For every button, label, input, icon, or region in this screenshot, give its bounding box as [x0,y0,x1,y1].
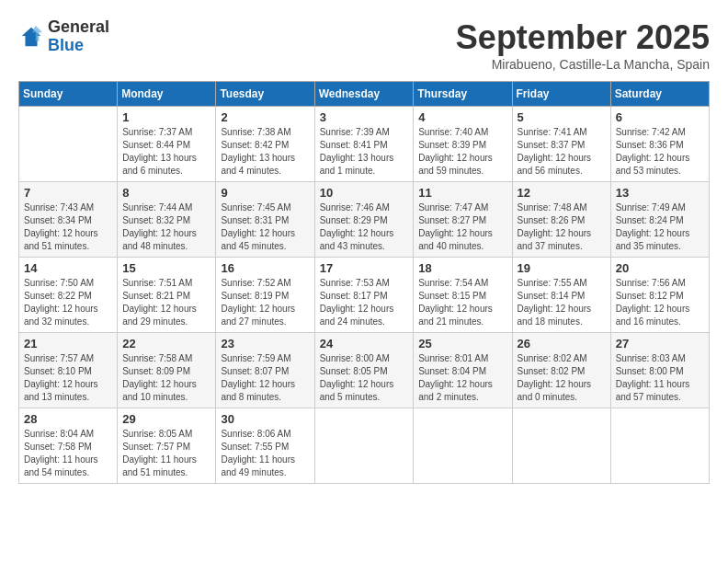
day-info: Sunrise: 7:51 AMSunset: 8:21 PMDaylight:… [122,277,210,328]
day-info: Sunrise: 7:40 AMSunset: 8:39 PMDaylight:… [418,126,506,178]
day-info: Sunrise: 7:59 AMSunset: 8:07 PMDaylight:… [221,352,309,404]
day-cell: 29Sunrise: 8:05 AMSunset: 7:57 PMDayligh… [118,408,216,484]
week-row-2: 7Sunrise: 7:43 AMSunset: 8:34 PMDaylight… [19,182,710,258]
day-cell: 10Sunrise: 7:46 AMSunset: 8:29 PMDayligh… [314,182,414,258]
day-cell: 13Sunrise: 7:49 AMSunset: 8:24 PMDayligh… [610,182,709,258]
week-row-1: 1Sunrise: 7:37 AMSunset: 8:44 PMDaylight… [19,107,710,182]
day-number: 1 [122,110,210,124]
day-info: Sunrise: 7:45 AMSunset: 8:31 PMDaylight:… [221,201,309,253]
column-header-thursday: Thursday [414,82,512,107]
title-block: September 2025 Mirabueno, Castille-La Ma… [456,18,710,72]
day-number: 21 [24,337,112,350]
day-number: 26 [518,337,606,350]
day-info: Sunrise: 7:48 AMSunset: 8:26 PMDaylight:… [518,201,606,253]
day-info: Sunrise: 7:43 AMSunset: 8:34 PMDaylight:… [24,201,112,253]
day-number: 15 [122,261,210,275]
column-header-sunday: Sunday [19,82,118,107]
column-header-tuesday: Tuesday [216,82,314,107]
day-info: Sunrise: 8:05 AMSunset: 7:57 PMDaylight:… [122,428,210,479]
week-row-5: 28Sunrise: 8:04 AMSunset: 7:58 PMDayligh… [19,408,710,484]
day-info: Sunrise: 7:50 AMSunset: 8:22 PMDaylight:… [24,277,112,328]
day-cell: 28Sunrise: 8:04 AMSunset: 7:58 PMDayligh… [19,408,118,484]
page-header: General Blue September 2025 Mirabueno, C… [18,18,710,72]
day-cell [19,107,118,182]
day-info: Sunrise: 7:49 AMSunset: 8:24 PMDaylight:… [616,201,704,253]
day-cell: 1Sunrise: 7:37 AMSunset: 8:44 PMDaylight… [118,107,216,182]
day-cell: 30Sunrise: 8:06 AMSunset: 7:55 PMDayligh… [216,408,314,484]
day-cell: 21Sunrise: 7:57 AMSunset: 8:10 PMDayligh… [19,333,118,408]
day-number: 14 [24,261,112,275]
day-cell: 26Sunrise: 8:02 AMSunset: 8:02 PMDayligh… [512,333,610,408]
day-cell: 16Sunrise: 7:52 AMSunset: 8:19 PMDayligh… [216,258,314,333]
day-info: Sunrise: 7:44 AMSunset: 8:32 PMDaylight:… [122,201,210,253]
day-cell: 7Sunrise: 7:43 AMSunset: 8:34 PMDaylight… [19,182,118,258]
day-number: 29 [122,412,210,426]
day-cell: 11Sunrise: 7:47 AMSunset: 8:27 PMDayligh… [414,182,512,258]
day-info: Sunrise: 7:58 AMSunset: 8:09 PMDaylight:… [122,352,210,404]
day-info: Sunrise: 8:03 AMSunset: 8:00 PMDaylight:… [616,352,704,404]
day-info: Sunrise: 8:00 AMSunset: 8:05 PMDaylight:… [320,352,409,404]
location: Mirabueno, Castille-La Mancha, Spain [456,57,710,72]
day-number: 5 [518,110,606,124]
day-cell: 3Sunrise: 7:39 AMSunset: 8:41 PMDaylight… [314,107,414,182]
day-info: Sunrise: 8:04 AMSunset: 7:58 PMDaylight:… [24,428,112,479]
day-info: Sunrise: 7:52 AMSunset: 8:19 PMDaylight:… [221,277,309,328]
logo-icon [18,24,44,50]
day-info: Sunrise: 7:54 AMSunset: 8:15 PMDaylight:… [418,277,506,328]
day-number: 13 [616,186,704,200]
day-cell: 18Sunrise: 7:54 AMSunset: 8:15 PMDayligh… [414,258,512,333]
day-info: Sunrise: 7:39 AMSunset: 8:41 PMDaylight:… [320,126,409,178]
day-number: 23 [221,337,309,350]
month-title: September 2025 [456,18,710,57]
day-cell: 27Sunrise: 8:03 AMSunset: 8:00 PMDayligh… [610,333,709,408]
day-info: Sunrise: 7:38 AMSunset: 8:42 PMDaylight:… [221,126,309,178]
day-info: Sunrise: 7:56 AMSunset: 8:12 PMDaylight:… [616,277,704,328]
column-header-wednesday: Wednesday [314,82,414,107]
column-header-monday: Monday [118,82,216,107]
day-cell [512,408,610,484]
day-info: Sunrise: 7:53 AMSunset: 8:17 PMDaylight:… [320,277,409,328]
calendar-table: SundayMondayTuesdayWednesdayThursdayFrid… [18,81,710,484]
day-number: 16 [221,261,309,275]
day-cell: 19Sunrise: 7:55 AMSunset: 8:14 PMDayligh… [512,258,610,333]
day-cell: 24Sunrise: 8:00 AMSunset: 8:05 PMDayligh… [314,333,414,408]
day-cell: 20Sunrise: 7:56 AMSunset: 8:12 PMDayligh… [610,258,709,333]
day-info: Sunrise: 7:42 AMSunset: 8:36 PMDaylight:… [616,126,704,178]
day-cell: 2Sunrise: 7:38 AMSunset: 8:42 PMDaylight… [216,107,314,182]
day-number: 24 [320,337,409,350]
day-cell: 9Sunrise: 7:45 AMSunset: 8:31 PMDaylight… [216,182,314,258]
day-cell: 8Sunrise: 7:44 AMSunset: 8:32 PMDaylight… [118,182,216,258]
day-cell: 12Sunrise: 7:48 AMSunset: 8:26 PMDayligh… [512,182,610,258]
day-cell: 5Sunrise: 7:41 AMSunset: 8:37 PMDaylight… [512,107,610,182]
day-number: 20 [616,261,704,275]
day-number: 19 [518,261,606,275]
day-number: 27 [616,337,704,350]
day-cell: 14Sunrise: 7:50 AMSunset: 8:22 PMDayligh… [19,258,118,333]
day-info: Sunrise: 7:57 AMSunset: 8:10 PMDaylight:… [24,352,112,404]
day-number: 12 [518,186,606,200]
day-cell: 6Sunrise: 7:42 AMSunset: 8:36 PMDaylight… [610,107,709,182]
day-number: 25 [418,337,506,350]
day-number: 6 [616,110,704,124]
day-info: Sunrise: 8:06 AMSunset: 7:55 PMDaylight:… [221,428,309,479]
header-row: SundayMondayTuesdayWednesdayThursdayFrid… [19,82,710,107]
day-cell: 4Sunrise: 7:40 AMSunset: 8:39 PMDaylight… [414,107,512,182]
day-cell: 23Sunrise: 7:59 AMSunset: 8:07 PMDayligh… [216,333,314,408]
day-number: 28 [24,412,112,426]
day-info: Sunrise: 7:37 AMSunset: 8:44 PMDaylight:… [122,126,210,178]
day-number: 3 [320,110,409,124]
column-header-saturday: Saturday [610,82,709,107]
day-cell: 22Sunrise: 7:58 AMSunset: 8:09 PMDayligh… [118,333,216,408]
day-info: Sunrise: 7:46 AMSunset: 8:29 PMDaylight:… [320,201,409,253]
day-cell [610,408,709,484]
day-number: 4 [418,110,506,124]
day-info: Sunrise: 7:55 AMSunset: 8:14 PMDaylight:… [518,277,606,328]
logo: General Blue [18,18,109,55]
day-number: 10 [320,186,409,200]
day-number: 11 [418,186,506,200]
week-row-3: 14Sunrise: 7:50 AMSunset: 8:22 PMDayligh… [19,258,710,333]
day-number: 8 [122,186,210,200]
day-number: 17 [320,261,409,275]
day-cell: 15Sunrise: 7:51 AMSunset: 8:21 PMDayligh… [118,258,216,333]
day-number: 18 [418,261,506,275]
